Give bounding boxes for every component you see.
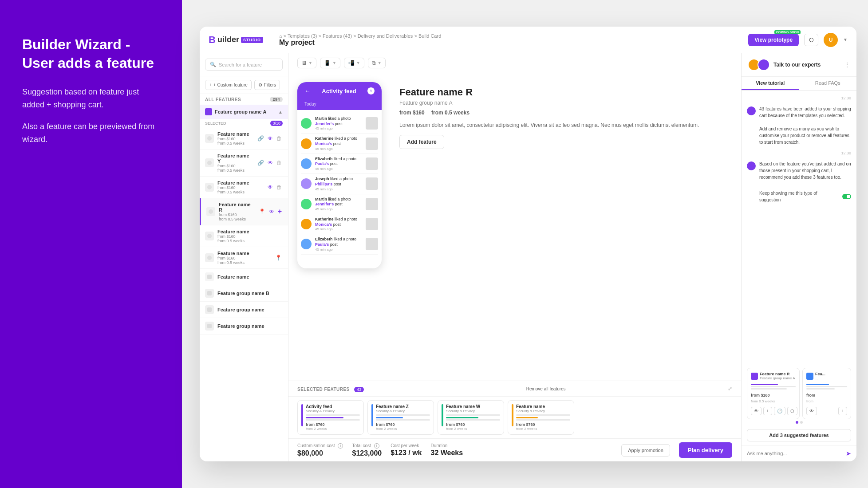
tablet-icon[interactable]: 📱 [324,60,331,66]
sug-card-lines-1 [751,384,796,390]
apply-promotion-button[interactable]: Apply promotion [621,444,670,457]
chat-msg-avatar-2 [747,161,756,170]
toolbar-group-2: 📱 ▼ [320,58,340,68]
feature-group-a[interactable]: Feature group name A ▲ [200,105,288,119]
feature-item-info-1: Feature name from $160 from 0.5 weeks [217,131,253,146]
toggle-switch[interactable] [842,194,851,199]
logo-studio-badge: STUDIO [241,37,263,43]
eye-button-1[interactable]: 👁 [267,134,274,142]
back-icon[interactable]: ← [304,87,311,94]
feature-group-label: Feature group name A [205,108,266,115]
link-button-1[interactable]: 🔗 [256,134,265,142]
toolbar-chevron-4[interactable]: ▼ [378,61,382,65]
link-button-2[interactable]: 🔗 [256,159,265,167]
suggested-card-2: Fea... ... from from 👁 [802,368,851,419]
feature-item-1[interactable]: Feature name from $160 from 0.5 weeks 🔗 … [200,128,288,150]
description-2: Also a feature can be previewed from wiz… [22,120,160,146]
delete-button-3[interactable]: 🗑 [276,183,283,191]
add-feature-button[interactable]: Add feature [399,135,444,149]
feature-item-3[interactable]: Feature name from $160 from 0.5 weeks 👁 … [200,177,288,198]
page-title: Builder Wizard - User adds a feature [22,35,160,72]
total-info-icon[interactable]: i [374,443,379,449]
expand-cart-button[interactable]: ⤢ [728,386,732,392]
dot-2 [800,421,803,424]
layers-icon[interactable]: ⧉ [372,60,376,66]
feed-text-5: Martin liked a photo Jennifer's post [315,197,362,207]
chat-menu-button[interactable]: ⋮ [844,61,850,68]
feature-item-2[interactable]: Feature name Y from $160 from 0.5 weeks … [200,150,288,177]
share-button[interactable]: ⬡ [804,34,818,46]
feature-item-6[interactable]: Feature name from $160 from 0.5 weeks 📍 [200,247,288,269]
add-button-r[interactable]: + [277,207,283,216]
feed-time-6: 45 min ago [315,227,362,231]
add-suggested-button[interactable]: Add 3 suggested features [747,429,851,441]
feature-item-10[interactable]: Feature group name [200,318,288,335]
search-input-wrapper[interactable]: 🔍 Search for a feature [205,59,283,71]
plan-delivery-button[interactable]: Plan delivery [679,442,732,458]
expert-avatar-2 [758,59,770,71]
desktop-icon[interactable]: 🖥 [301,60,307,66]
duration-value: 32 Weeks [431,449,463,457]
top-nav: B uilder STUDIO ⌂ > Templates (3) > Feat… [200,27,856,53]
selected-label: SELECTED [205,121,226,126]
feature-item-8[interactable]: Feature group name B [200,285,288,302]
eye-button-r[interactable]: 👁 [268,208,275,216]
feature-item-icon-5 [205,232,214,240]
chat-input[interactable] [747,451,842,456]
svg-rect-6 [207,275,212,279]
feature-item-r[interactable]: Feature name R from $160 from 0.5 weeks … [200,198,288,225]
feed-text-3: Elizabeth liked a photo Paula's post [315,157,362,167]
feature-item-info-7: Feature name [217,274,283,279]
location-button-6[interactable]: 📍 [274,254,283,262]
feature-item-9[interactable]: Feature group name [200,302,288,318]
cart-item-stripe-2 [371,404,373,426]
svg-point-3 [209,209,213,214]
feature-item-5[interactable]: Feature name from $160 from 0.5 weeks [200,225,288,247]
sug-share-button-1[interactable]: ⬡ [787,407,797,415]
remove-all-button[interactable]: Remove all features [526,386,566,391]
svg-point-2 [207,185,212,189]
sug-eye-button-2[interactable]: 👁 [806,407,817,415]
feature-item-actions-r: 📍 👁 + [258,207,283,216]
feed-avatar-6 [301,219,312,229]
feature-name-heading: Feature name R [399,87,723,98]
feed-content-7: Elizabeth liked a photo Paula's post 45 … [315,237,362,251]
location-button-r[interactable]: 📍 [258,208,266,216]
eye-button-3[interactable]: 👁 [267,183,274,191]
customization-info-icon[interactable]: i [338,443,343,449]
feed-avatar-3 [301,158,312,169]
tab-read-faqs[interactable]: Read FAQs [799,77,857,90]
feature-item-actions-6: 📍 [274,254,283,262]
filters-button[interactable]: ⚙ Filters [254,80,280,90]
duration: Duration 32 Weeks [431,443,463,457]
feature-item-7[interactable]: Feature name [200,269,288,285]
custom-feature-button[interactable]: + + Custom feature [205,80,252,90]
chat-tabs: View tutorial Read FAQs [742,77,856,91]
mobile-icon[interactable]: 📲 [348,60,355,66]
description-1: Suggestion based on feature just added +… [22,86,160,111]
group-name: Feature group name A [215,109,266,114]
send-button[interactable]: ➤ [846,450,851,457]
eye-button-2[interactable]: 👁 [267,159,274,167]
sug-clock-button-1[interactable]: 🕐 [774,407,785,415]
tab-view-tutorial[interactable]: View tutorial [742,77,799,90]
chat-header: Talk to our experts ⋮ [742,53,856,77]
feature-item-icon-2 [205,158,214,167]
view-prototype-button[interactable]: COMING SOON View prototype [748,34,799,46]
toolbar-chevron-2[interactable]: ▼ [332,61,336,65]
toolbar-chevron-1[interactable]: ▼ [308,61,312,65]
sug-eye-button-1[interactable]: 👁 [751,407,761,415]
feed-text-7: Elizabeth liked a photo Paula's post [315,237,362,247]
toolbar-chevron-3[interactable]: ▼ [356,61,360,65]
avatar: U [824,33,838,47]
delete-button-1[interactable]: 🗑 [276,134,283,142]
svg-point-0 [207,136,212,141]
delete-button-2[interactable]: 🗑 [276,159,283,167]
feature-group-sub: Feature group name A [399,100,723,106]
feed-item-5: Martin liked a photo Jennifer's post 45 … [301,194,378,214]
cart-item-4: Feature name Security & Privacy from $76… [508,400,574,435]
sug-add-button-2[interactable]: + [838,407,847,415]
feed-item-3: Elizabeth liked a photo Paula's post 45 … [301,154,378,174]
sug-card-actions-2: 👁 + [806,407,847,415]
sug-add-button-1[interactable]: + [763,407,772,415]
